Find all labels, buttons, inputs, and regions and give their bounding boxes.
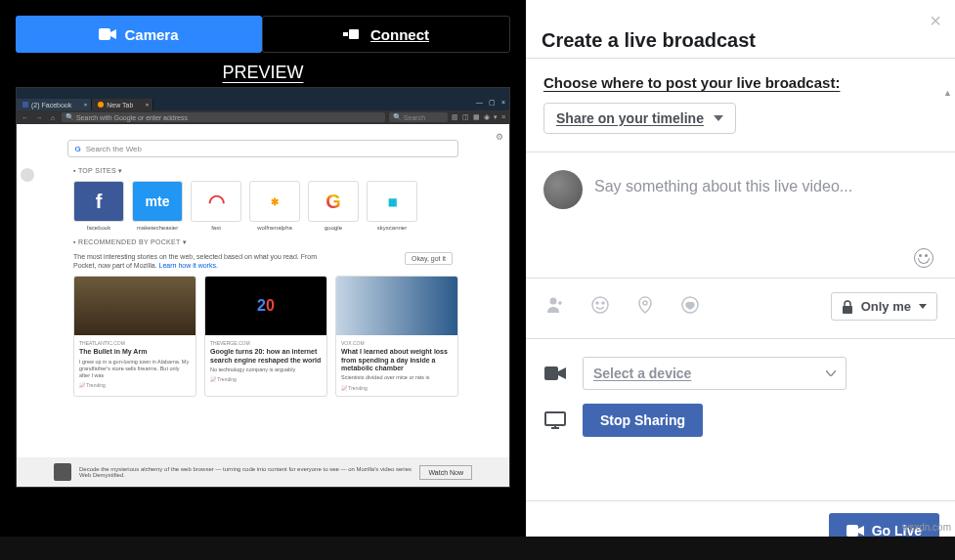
skyscanner-icon: ▦	[367, 181, 417, 222]
camera-device-row: Select a device	[543, 357, 937, 390]
svg-rect-0	[99, 28, 110, 40]
article-card[interactable]: THEATLANTIC.COM The Bullet in My Arm I g…	[73, 276, 196, 396]
watch-now-button[interactable]: Watch Now	[419, 465, 472, 480]
trending-label: 📈 Trending	[79, 382, 191, 388]
web-search-input[interactable]: G Search the Web	[67, 140, 457, 157]
broadcast-form: Choose where to post your live broadcast…	[526, 59, 955, 500]
shield-icon[interactable]: ◉	[484, 113, 490, 121]
avatar	[543, 170, 583, 209]
article-snippet: I grew up in a gun-loving town in Alabam…	[79, 359, 191, 379]
divider	[526, 338, 955, 339]
tab-label: New Tab	[107, 102, 133, 108]
forward-button[interactable]: →	[34, 114, 44, 121]
stop-sharing-button[interactable]: Stop Sharing	[583, 404, 703, 437]
tag-people-icon[interactable]	[545, 295, 565, 319]
pocket-learn-link[interactable]: Learn how it works.	[159, 262, 218, 269]
camera-icon	[99, 28, 116, 40]
connect-icon	[343, 29, 359, 39]
site-tile[interactable]: ◠fast	[191, 181, 241, 231]
back-button[interactable]: ←	[21, 114, 30, 121]
site-label: maketecheasier	[132, 225, 183, 231]
facebook-icon: f	[73, 181, 124, 222]
article-image	[336, 277, 457, 335]
svg-rect-11	[545, 412, 565, 425]
preview-panel: Camera Connect PREVIEW (2) Facebook× New…	[0, 0, 526, 560]
site-tile[interactable]: ✱wolframalpha	[249, 181, 300, 231]
preview-screen-capture: (2) Facebook× New Tab× —▢× ← → ⌂ 🔍 Searc…	[16, 87, 510, 488]
google-icon: G	[74, 145, 80, 153]
site-label: google	[308, 225, 359, 231]
privacy-label: Only me	[861, 299, 911, 314]
chevron-down-icon	[919, 304, 927, 309]
article-card[interactable]: VOX.COM What I learned about weight loss…	[335, 276, 458, 396]
article-domain: THEVERGE.COM	[210, 340, 322, 346]
window-titlebar	[17, 88, 509, 99]
svg-point-6	[602, 302, 604, 304]
feeling-icon[interactable]	[590, 295, 610, 319]
svg-rect-9	[843, 306, 852, 314]
share-destination-dropdown[interactable]: Share on your timeline	[543, 103, 736, 134]
composer-tools-row: Only me	[543, 292, 937, 321]
site-tile[interactable]: ▦skyscanner	[367, 181, 417, 231]
svg-point-7	[643, 301, 647, 305]
article-image	[74, 277, 195, 335]
sidebar-icon[interactable]: ◫	[462, 113, 469, 121]
camera-tab-label: Camera	[124, 26, 178, 43]
screen-share-row: Stop Sharing	[543, 404, 937, 437]
camera-tab[interactable]: Camera	[16, 16, 262, 53]
svg-rect-1	[349, 29, 359, 39]
support-icon[interactable]	[680, 295, 700, 319]
search-bar[interactable]: 🔍 Search	[389, 112, 448, 122]
site-tile[interactable]: Ggoogle	[308, 181, 359, 231]
search-placeholder: Search the Web	[86, 145, 142, 153]
bottom-black-bar	[0, 537, 955, 560]
site-tile[interactable]: ffacebook	[73, 181, 124, 231]
highlight-bar: Decode the mysterious alchemy of the web…	[17, 457, 509, 487]
library-icon[interactable]: ▥	[452, 113, 458, 121]
address-bar[interactable]: 🔍 Search with Google or enter address	[62, 112, 385, 122]
site-tile[interactable]: mtemaketecheasier	[132, 181, 183, 231]
browser-tab-facebook[interactable]: (2) Facebook×	[17, 99, 92, 110]
article-snippet: Scientists divided over mice or rats is	[341, 374, 453, 381]
fast-icon: ◠	[191, 181, 241, 222]
mode-tab-row: Camera Connect	[0, 0, 526, 68]
choose-location-heading: Choose where to post your live broadcast…	[543, 74, 937, 91]
close-icon[interactable]: ×	[84, 102, 88, 108]
article-card[interactable]: 20 THEVERGE.COM Google turns 20: how an …	[204, 276, 327, 396]
privacy-dropdown[interactable]: Only me	[831, 292, 937, 321]
emoji-icon	[914, 248, 933, 268]
pocket-okay-button[interactable]: Okay, got it	[405, 252, 453, 265]
tab-label: (2) Facebook	[31, 102, 71, 108]
svg-rect-2	[343, 32, 348, 36]
connect-tab[interactable]: Connect	[262, 16, 510, 53]
article-domain: VOX.COM	[341, 340, 453, 346]
video-description-input[interactable]: Say something about this live video...	[594, 170, 937, 209]
location-icon[interactable]	[635, 295, 655, 319]
browser-toolbar: ← → ⌂ 🔍 Search with Google or enter addr…	[17, 110, 509, 124]
video-camera-icon	[543, 366, 567, 380]
menu-icon[interactable]: ≡	[501, 113, 505, 121]
emoji-picker-button[interactable]	[543, 248, 937, 268]
svg-point-4	[592, 297, 608, 313]
article-domain: THEATLANTIC.COM	[79, 340, 191, 346]
svg-point-5	[596, 302, 598, 304]
site-label: skyscanner	[367, 225, 417, 231]
browser-tab-newtab[interactable]: New Tab×	[92, 99, 153, 110]
panel-title: Create a live broadcast	[526, 0, 955, 59]
divider	[526, 151, 955, 152]
close-icon[interactable]: ×	[146, 102, 150, 108]
home-button[interactable]: ⌂	[48, 114, 58, 121]
article-image: 20	[205, 277, 326, 335]
close-icon[interactable]: ×	[930, 10, 941, 32]
article-title: Google turns 20: how an internet search …	[210, 348, 322, 365]
svg-rect-10	[544, 366, 558, 380]
chevron-down-icon	[714, 115, 723, 121]
highlight-text: Decode the mysterious alchemy of the web…	[79, 466, 412, 478]
addons-icon[interactable]: ▦	[473, 113, 480, 121]
camera-device-dropdown[interactable]: Select a device	[583, 357, 846, 390]
mozilla-icon	[54, 463, 71, 481]
gear-icon[interactable]: ⚙	[496, 132, 503, 142]
pocket-icon[interactable]: ▾	[494, 113, 498, 121]
mte-icon: mte	[132, 181, 183, 222]
toolbar-icons: ▥ ◫ ▦ ◉ ▾ ≡	[452, 113, 505, 121]
